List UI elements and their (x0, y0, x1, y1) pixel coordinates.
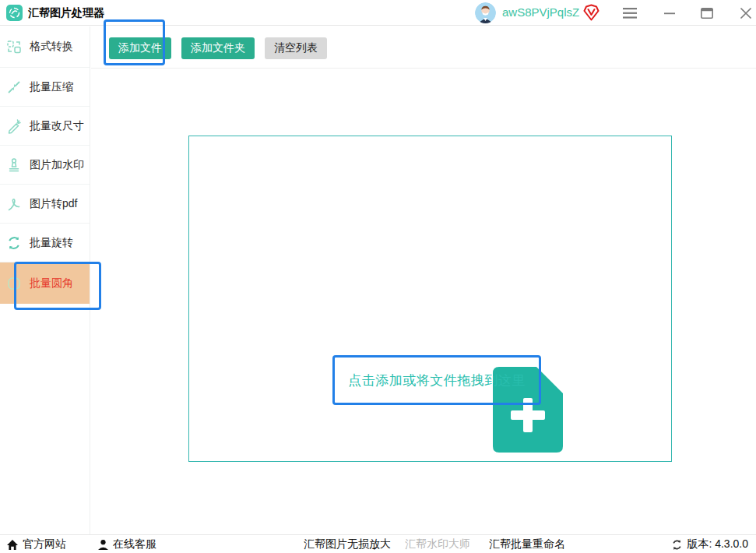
version-info: 版本: 4.3.0.0 (671, 537, 748, 551)
official-site-link[interactable]: 官方网站 (6, 537, 66, 551)
sidebar: 格式转换 批量压缩 批量改尺寸 图片加水印 图片转pdf (0, 26, 90, 534)
person-icon (97, 539, 109, 551)
online-service-label: 在线客服 (113, 537, 156, 551)
link-lossless-upscale[interactable]: 汇帮图片无损放大 (304, 537, 391, 551)
sidebar-item-image-to-pdf[interactable]: 图片转pdf (0, 185, 90, 224)
user-avatar[interactable] (475, 2, 496, 23)
sidebar-item-label: 批量改尺寸 (30, 119, 84, 133)
sidebar-item-batch-compress[interactable]: 批量压缩 (0, 68, 90, 107)
username-label[interactable]: awS8PVjPqlsZ (502, 5, 579, 19)
add-files-button[interactable]: 添加文件 (109, 37, 171, 59)
app-logo-icon (6, 5, 23, 21)
annotation-box-drop-hint[interactable]: 点击添加或将文件拖拽到这里 (332, 355, 541, 405)
sidebar-item-label: 格式转换 (30, 40, 73, 54)
sidebar-item-label: 图片转pdf (30, 197, 77, 211)
rotate-icon (6, 235, 22, 251)
rounded-corner-icon (6, 276, 22, 291)
app-title: 汇帮图片处理器 (28, 6, 104, 20)
update-icon (671, 539, 683, 551)
link-watermark-master[interactable]: 汇帮水印大师 (405, 537, 470, 551)
statusbar: 官方网站 在线客服 汇帮图片无损放大 汇帮水印大师 汇帮批量重命名 版本: 4.… (0, 534, 756, 553)
vip-badge-icon[interactable] (583, 4, 600, 21)
pdf-icon (6, 196, 22, 212)
link-batch-rename[interactable]: 汇帮批量重命名 (489, 537, 565, 551)
close-button[interactable] (733, 0, 756, 26)
sidebar-item-batch-rounded-corner[interactable]: 批量圆角 (0, 262, 90, 304)
sidebar-item-batch-resize[interactable]: 批量改尺寸 (0, 107, 90, 146)
toolbar: 添加文件 添加文件夹 清空列表 (91, 26, 756, 69)
sidebar-item-format-convert[interactable]: 格式转换 (0, 26, 90, 68)
app-window: 汇帮图片处理器 awS8PVjPqlsZ 格式转换 (0, 0, 756, 553)
home-icon (6, 539, 19, 551)
add-folder-button[interactable]: 添加文件夹 (181, 37, 255, 59)
compress-icon (6, 79, 22, 95)
menu-icon[interactable] (617, 0, 643, 26)
resize-icon (6, 118, 22, 134)
sidebar-item-label: 批量圆角 (30, 276, 73, 291)
clear-list-button[interactable]: 清空列表 (265, 37, 327, 59)
titlebar: 汇帮图片处理器 awS8PVjPqlsZ (0, 0, 756, 26)
convert-icon (6, 39, 22, 55)
online-service-link[interactable]: 在线客服 (97, 537, 156, 551)
sidebar-item-label: 图片加水印 (30, 158, 84, 172)
official-site-label: 官方网站 (23, 537, 66, 551)
main-area: 添加文件 添加文件夹 清空列表 (91, 26, 756, 534)
sidebar-item-label: 批量压缩 (30, 80, 73, 94)
maximize-button[interactable] (694, 0, 720, 26)
drop-hint-text: 点击添加或将文件拖拽到这里 (348, 372, 526, 389)
watermark-icon (6, 157, 22, 173)
sidebar-item-add-watermark[interactable]: 图片加水印 (0, 146, 90, 185)
version-label: 版本: 4.3.0.0 (687, 537, 748, 551)
minimize-button[interactable] (656, 0, 683, 26)
sidebar-item-batch-rotate[interactable]: 批量旋转 (0, 224, 90, 262)
file-drop-zone[interactable] (188, 136, 672, 462)
sidebar-item-label: 批量旋转 (30, 236, 73, 250)
